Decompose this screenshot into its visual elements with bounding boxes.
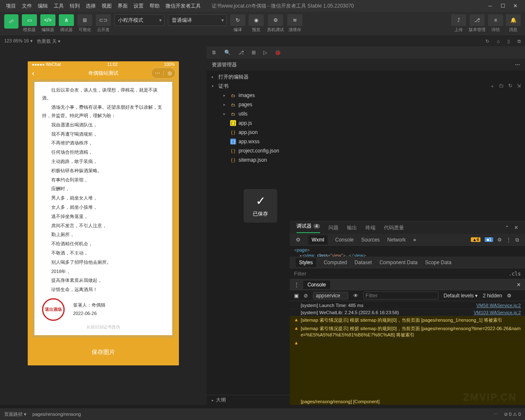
upload-button[interactable]: ⤴ — [451, 14, 466, 26]
file-app.json[interactable]: { }app.json — [207, 128, 525, 137]
cls-toggle[interactable]: .cls — [509, 271, 521, 277]
folder-pages[interactable]: ▸🗀pages — [207, 100, 525, 109]
file-app.js[interactable]: { }app.js — [207, 118, 525, 128]
copy-icon[interactable]: ⧉ — [517, 39, 521, 44]
refresh-tree-icon[interactable]: ↻ — [508, 83, 512, 90]
new-file-icon[interactable]: ＋ — [490, 83, 495, 90]
menu-视图[interactable]: 视图 — [99, 2, 114, 10]
tab-styles[interactable]: Styles — [296, 258, 316, 267]
menu-文件[interactable]: 文件 — [19, 2, 34, 10]
console-drawer-tab[interactable]: Console — [303, 281, 330, 289]
dock-icon[interactable]: ⧉ — [515, 237, 519, 243]
hot-reload-toggle[interactable]: 热重载 关 ▾ — [37, 38, 60, 45]
compile-dropdown[interactable]: 普通编译 — [168, 14, 227, 26]
simulator-button[interactable]: ▭ — [22, 14, 37, 26]
page-path-label[interactable]: 页面路径 ▾ — [4, 411, 26, 417]
eye-icon[interactable]: 👁 — [353, 293, 358, 299]
chevron-up-icon[interactable]: ⌃ — [505, 225, 509, 231]
more-tabs-icon[interactable]: » — [413, 237, 416, 243]
menu-帮助[interactable]: 帮助 — [147, 2, 162, 10]
tab-dataset[interactable]: Dataset — [354, 260, 372, 265]
menu-界面[interactable]: 界面 — [115, 2, 130, 10]
preview-button[interactable]: ◉ — [249, 14, 264, 26]
tab-problems[interactable]: 问题 — [328, 224, 339, 231]
folder-utils[interactable]: ▸🗀utils — [207, 109, 525, 118]
files-icon[interactable]: 🗎 — [212, 50, 217, 55]
cloud-button[interactable]: ⊂⊃ — [96, 14, 111, 26]
tab-component-data[interactable]: Component Data — [379, 260, 417, 265]
device-info[interactable]: 123 85% 16 ▾ — [4, 38, 33, 45]
error-count[interactable]: ⊘ 0 ⚠ 0 — [504, 412, 521, 417]
kebab-icon[interactable]: ⋮ — [506, 237, 511, 243]
maximize-icon[interactable]: ☐ — [500, 3, 506, 9]
close-panel-icon[interactable]: ✕ — [514, 225, 518, 231]
editor-button[interactable]: </> — [40, 14, 55, 26]
more-status-icon[interactable]: ⋯ — [494, 412, 498, 417]
back-icon[interactable]: ‹ — [32, 69, 34, 78]
menu-选择[interactable]: 选择 — [83, 2, 98, 10]
open-editors-section[interactable]: ▸打开的编辑器 — [207, 72, 525, 81]
compile-button[interactable]: ↻ — [230, 14, 245, 26]
tab-debugger[interactable]: 调试器4 — [297, 223, 320, 233]
menu-编辑[interactable]: 编辑 — [35, 2, 50, 10]
file-project.config.json[interactable]: { }project.config.json — [207, 146, 525, 155]
styles-filter-input[interactable] — [294, 270, 509, 277]
logo-icon[interactable]: ☍ — [4, 14, 18, 29]
clear-cache-button[interactable]: ≋ — [287, 14, 302, 26]
info-count[interactable]: ■1 — [485, 237, 493, 242]
menu-设置[interactable]: 设置 — [131, 2, 146, 10]
menu-项目[interactable]: 项目 — [3, 2, 18, 10]
stop-icon[interactable]: ▣ — [294, 293, 299, 299]
menu-工具[interactable]: 工具 — [51, 2, 66, 10]
run-icon[interactable]: ▷ — [263, 50, 267, 55]
menu-微信开发者工具[interactable]: 微信开发者工具 — [163, 2, 203, 10]
gear-icon[interactable]: ⚙ — [497, 237, 502, 243]
console-close-icon[interactable]: ✕ — [517, 282, 521, 288]
version-button[interactable]: ⎇ — [470, 14, 485, 26]
more-icon[interactable]: ⋯ — [515, 62, 520, 68]
branch-icon[interactable]: ⎇ — [238, 50, 244, 55]
folder-images[interactable]: ▸🗀images — [207, 91, 525, 100]
remote-debug-button[interactable]: ⚙ — [268, 14, 283, 26]
console-menu-icon[interactable]: ⋮ — [294, 282, 299, 288]
project-root[interactable]: ▾证书 ＋🗀↻⇲ — [207, 81, 525, 91]
inspect-icon[interactable]: ⯐ — [296, 237, 301, 243]
menu-转到[interactable]: 转到 — [67, 2, 82, 10]
minimize-icon[interactable]: ─ — [487, 3, 493, 9]
tab-console[interactable]: Console — [335, 237, 354, 243]
tab-terminal[interactable]: 终端 — [365, 224, 375, 231]
levels-select[interactable]: Default levels ▾ — [444, 293, 478, 299]
close-icon[interactable]: ✕ — [512, 3, 518, 9]
clear-icon[interactable]: ⊘ — [304, 293, 308, 299]
console-filter-input[interactable] — [363, 291, 438, 299]
bug-icon[interactable]: 🐞 — [275, 50, 281, 55]
tab-scope-data[interactable]: Scope Data — [425, 260, 452, 265]
warn-count[interactable]: ▲4 — [471, 237, 480, 242]
home-icon[interactable]: ⌂ — [497, 39, 500, 44]
tab-quality[interactable]: 代码质量 — [384, 224, 404, 231]
mode-dropdown[interactable]: 小程序模式 — [114, 14, 165, 26]
debugger-button[interactable]: ⋔ — [59, 14, 74, 26]
file-app.wxss[interactable]: { }app.wxss — [207, 137, 525, 146]
collapse-icon[interactable]: ⇲ — [517, 83, 521, 90]
context-select[interactable]: appservice — [313, 292, 348, 299]
capsule-menu-icon[interactable]: ⋯ — [152, 70, 163, 76]
ext-icon[interactable]: ⊞ — [252, 50, 256, 55]
file-sitemap.json[interactable]: { }sitemap.json — [207, 155, 525, 165]
tab-computed[interactable]: Computed — [324, 260, 347, 265]
tab-wxml[interactable]: Wxml — [308, 235, 328, 244]
device-icon[interactable]: ▯ — [507, 39, 510, 44]
hidden-count[interactable]: 2 hidden — [483, 293, 502, 299]
console-gear-icon[interactable]: ⚙ — [507, 293, 512, 299]
detail-button[interactable]: ≡ — [488, 14, 503, 26]
save-image-button[interactable]: 保存图片 — [32, 344, 175, 361]
tab-output[interactable]: 输出 — [347, 224, 357, 231]
tab-network[interactable]: Network — [387, 237, 406, 243]
capsule-close-icon[interactable]: ◎ — [163, 70, 175, 76]
message-button[interactable]: 🔔 — [506, 14, 521, 26]
new-folder-icon[interactable]: 🗀 — [499, 83, 504, 90]
tab-sources[interactable]: Sources — [361, 237, 380, 243]
visualize-button[interactable]: ⊞ — [77, 14, 92, 26]
refresh-icon[interactable]: ↻ — [486, 39, 489, 44]
search-icon[interactable]: 🔍 — [224, 50, 231, 55]
